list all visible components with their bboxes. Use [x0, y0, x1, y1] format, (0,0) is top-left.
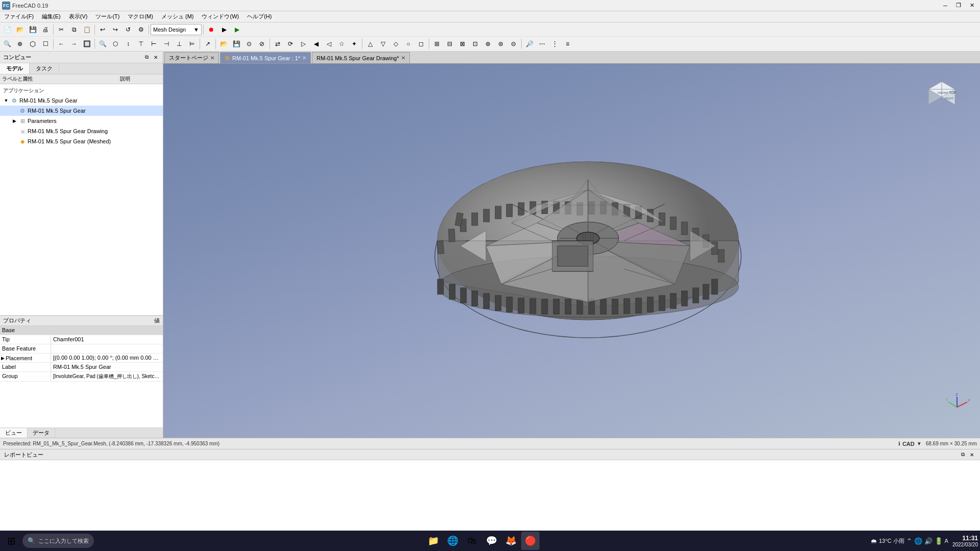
- tb-refresh[interactable]: ↺: [122, 23, 134, 36]
- menu-window[interactable]: ウィンドウ(W): [198, 11, 243, 22]
- tb-left[interactable]: ⊨: [186, 38, 198, 50]
- tree-item-meshed[interactable]: ◆ RM-01 Mk.5 Spur Gear (Meshed): [0, 136, 163, 146]
- tb-r2-20[interactable]: ⊞: [431, 38, 443, 50]
- tb-print[interactable]: 🖨: [39, 23, 52, 36]
- tb-new[interactable]: 📄: [1, 23, 13, 36]
- taskbar-network-icon[interactable]: 🌐: [914, 537, 922, 545]
- tb-paste[interactable]: 📋: [81, 23, 93, 36]
- tb-top[interactable]: ⊤: [135, 38, 147, 50]
- menu-edit[interactable]: 編集(E): [38, 11, 65, 22]
- tree-item-parameters[interactable]: ▶ ⊞ Parameters: [0, 116, 163, 126]
- viewport-canvas[interactable]: TOP FRONT RIGHT ↑ ↓ ← → X Y: [163, 64, 980, 438]
- menu-macro[interactable]: マクロ(M): [124, 11, 157, 22]
- tb-r2-19[interactable]: ◻: [415, 38, 427, 50]
- taskbar-app-teams[interactable]: 💬: [482, 532, 501, 550]
- tb-r2-26[interactable]: ⊝: [507, 38, 520, 50]
- tb-r2-16[interactable]: ▽: [377, 38, 389, 50]
- prop-expand-placement[interactable]: ▶: [0, 356, 5, 361]
- tb-r2-28[interactable]: ⋯: [536, 38, 548, 50]
- tb-r2-17[interactable]: ◇: [389, 38, 402, 50]
- taskbar-chevron-icon[interactable]: ⌃: [906, 537, 912, 545]
- tb-r2-9[interactable]: ⟳: [284, 38, 297, 50]
- tab-model[interactable]: モデル: [0, 63, 30, 74]
- tb-r2-4[interactable]: ☐: [39, 38, 52, 50]
- tb-undo[interactable]: ↩: [96, 23, 109, 36]
- taskbar-clock[interactable]: 11:31 2022/03/20: [952, 535, 978, 547]
- tb-right[interactable]: ⊢: [148, 38, 160, 50]
- tb-save[interactable]: 💾: [27, 23, 39, 36]
- tb-r2-2[interactable]: ⊕: [14, 38, 26, 50]
- tree-item-drawing[interactable]: ▣ RM-01 Mk.5 Spur Gear Drawing: [0, 126, 163, 136]
- tab-tasks[interactable]: タスク: [30, 63, 59, 74]
- taskbar-app-firefox[interactable]: 🦊: [502, 532, 520, 550]
- tb-r2-15[interactable]: △: [364, 38, 376, 50]
- tb-forward[interactable]: →: [68, 38, 80, 50]
- panel-close-btn[interactable]: ✕: [152, 53, 160, 61]
- tb-r2-25[interactable]: ⊜: [495, 38, 507, 50]
- tb-r2-3[interactable]: ⬡: [27, 38, 39, 50]
- tree-item-root[interactable]: ▼ ⚙ RM-01 Mk.5 Spur Gear: [0, 95, 163, 106]
- tb-r2-11[interactable]: ◀: [310, 38, 322, 50]
- tb-iso[interactable]: ⬡: [109, 38, 121, 50]
- menu-tools[interactable]: ツール(T): [91, 11, 124, 22]
- tb-cut[interactable]: ✂: [55, 23, 67, 36]
- tree-expander-gear[interactable]: [10, 107, 18, 115]
- tb-r2-13[interactable]: ☆: [335, 38, 348, 50]
- tb-r2-5[interactable]: 🔲: [81, 38, 93, 50]
- cube-navigator[interactable]: TOP FRONT RIGHT ↑ ↓ ← →: [919, 74, 965, 120]
- menu-help[interactable]: ヘルプ(H): [243, 11, 276, 22]
- cad-dropdown[interactable]: ℹ CAD ▼: [898, 441, 922, 447]
- taskbar-app-files[interactable]: 📁: [424, 532, 443, 550]
- tb-r2-14[interactable]: ✦: [348, 38, 360, 50]
- taskbar-battery-icon[interactable]: 🔋: [935, 537, 943, 545]
- close-button[interactable]: ✕: [966, 1, 978, 10]
- report-close-btn[interactable]: ✕: [968, 450, 976, 459]
- report-float-btn[interactable]: ⧉: [959, 450, 967, 459]
- taskbar-app-freecad[interactable]: 🔴: [521, 532, 540, 550]
- tb-r2-10[interactable]: ▷: [297, 38, 309, 50]
- taskbar-search[interactable]: 🔍 ここに入力して検索: [22, 534, 94, 548]
- restore-button[interactable]: ❐: [952, 1, 965, 10]
- tb-record[interactable]: ⏺: [205, 23, 217, 36]
- tb-open2[interactable]: 📂: [217, 38, 230, 50]
- taskbar-ime-icon[interactable]: A: [945, 538, 948, 544]
- doc-tab-start-close[interactable]: ✕: [210, 55, 214, 61]
- tb-exec[interactable]: ▶: [218, 23, 230, 36]
- tb-back[interactable]: ←: [55, 38, 67, 50]
- tb-save2[interactable]: 💾: [230, 38, 242, 50]
- tb-copy[interactable]: ⧉: [68, 23, 80, 36]
- tb-r2-7[interactable]: ⊘: [256, 38, 268, 50]
- tb-r2-30[interactable]: ≡: [561, 38, 574, 50]
- menu-mesh[interactable]: メッシュ (M): [157, 11, 198, 22]
- tb-rear[interactable]: ⊣: [160, 38, 173, 50]
- tb-r2-24[interactable]: ⊛: [482, 38, 494, 50]
- tb-r2-12[interactable]: ◁: [323, 38, 335, 50]
- tb-front[interactable]: ↕: [122, 38, 134, 50]
- tb-r2-22[interactable]: ⊠: [456, 38, 469, 50]
- tb-r2-29[interactable]: ⋮: [549, 38, 561, 50]
- tree-expander-params[interactable]: ▶: [10, 117, 18, 125]
- tb-macro[interactable]: ⚙: [135, 23, 147, 36]
- tb-r2-27[interactable]: 🔎: [523, 38, 535, 50]
- tb-bottom[interactable]: ⊥: [173, 38, 185, 50]
- tb-zoom-fit[interactable]: 🔍: [96, 38, 109, 50]
- taskbar-app-store[interactable]: 🛍: [463, 532, 481, 550]
- prop-row-placement[interactable]: ▶ Placement [(0.00 0.00 1.00); 0.00 °; (…: [0, 354, 163, 363]
- view-tab-data[interactable]: データ: [28, 428, 55, 438]
- tb-r2-6[interactable]: ⊙: [243, 38, 255, 50]
- menu-file[interactable]: ファイル(F): [0, 11, 38, 22]
- taskbar-volume-icon[interactable]: 🔊: [924, 537, 933, 545]
- doc-tab-gear-close[interactable]: ✕: [302, 55, 306, 61]
- tb-r2-8[interactable]: ⇄: [272, 38, 284, 50]
- panel-float-btn[interactable]: ⧉: [142, 53, 151, 61]
- doc-tab-drawing-close[interactable]: ✕: [401, 55, 405, 61]
- workbench-dropdown[interactable]: Mesh Design ▼: [151, 24, 202, 35]
- tb-r2-1[interactable]: 🔍: [1, 38, 13, 50]
- tb-redo[interactable]: ↪: [109, 23, 121, 36]
- tb-exec2[interactable]: ▶: [231, 23, 243, 36]
- tb-r2-23[interactable]: ⊡: [469, 38, 481, 50]
- tb-r2-18[interactable]: ○: [402, 38, 414, 50]
- start-button[interactable]: ⊞: [2, 532, 20, 550]
- menu-view[interactable]: 表示(V): [65, 11, 92, 22]
- tree-item-gear-selected[interactable]: ⚙ RM-01 Mk.5 Spur Gear: [0, 106, 163, 116]
